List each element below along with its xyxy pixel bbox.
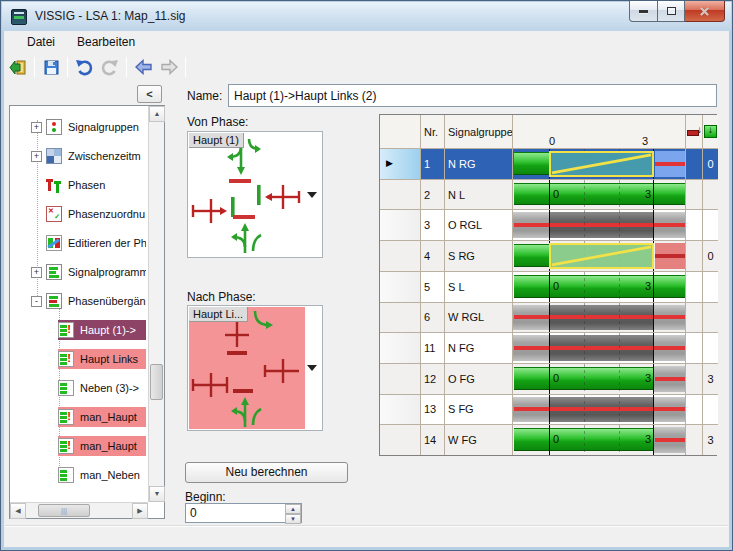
row-selector-cell[interactable] — [380, 180, 420, 210]
table-row[interactable]: 4S RG0 — [380, 240, 718, 271]
tree-item[interactable]: man_Haupt — [58, 407, 146, 427]
scroll-up-icon[interactable]: ▲ — [149, 106, 165, 122]
timeline-dash-gridline — [584, 180, 585, 210]
tree-item[interactable]: Haupt Links — [58, 349, 146, 369]
table-row[interactable]: 5S L03 — [380, 271, 718, 302]
tree-item[interactable]: Neben (3)-> — [58, 378, 146, 398]
scroll-left-icon[interactable]: ◀ — [10, 503, 26, 519]
table-row[interactable]: 14W FG033 — [380, 424, 718, 455]
name-label: Name: — [187, 89, 222, 103]
tree-item[interactable]: +Zwischenzeitm — [31, 146, 146, 166]
undo-icon[interactable] — [71, 55, 97, 79]
row-selector-cell[interactable] — [380, 272, 420, 302]
menu-datei[interactable]: Datei — [23, 33, 59, 51]
header-signalgruppe[interactable]: Signalgruppe — [444, 115, 512, 148]
row-selector-cell[interactable] — [380, 303, 420, 333]
tree-item[interactable]: man_Neben — [58, 465, 146, 485]
timeline-dash-gridline — [619, 333, 620, 363]
spin-down-icon[interactable]: ▼ — [285, 514, 301, 524]
tree-hscroll-thumb[interactable]: ||| — [38, 504, 90, 517]
table-row[interactable]: 2N L03 — [380, 179, 718, 210]
transition-selection-box[interactable] — [549, 151, 654, 177]
tree-item[interactable]: Haupt (1)-> — [58, 320, 146, 340]
timeline-cell[interactable]: 03 — [512, 364, 685, 394]
expand-icon[interactable]: + — [31, 267, 42, 278]
timeline-dash-gridline — [619, 395, 620, 425]
exit-icon[interactable] — [5, 55, 31, 79]
editieren-icon — [46, 235, 62, 251]
chevron-down-icon[interactable] — [307, 192, 317, 198]
expand-icon[interactable]: + — [31, 122, 42, 133]
timeline-cell[interactable] — [512, 303, 685, 333]
tree-item[interactable]: +Signalgruppen — [31, 117, 146, 137]
table-row[interactable]: 13S FG — [380, 394, 718, 425]
row-selector-cell[interactable] — [380, 241, 420, 271]
row-selector-cell[interactable]: ▶ — [380, 149, 420, 179]
table-row[interactable]: ▶1N RG0 — [380, 148, 718, 179]
timeline-cell[interactable]: 03 — [512, 180, 685, 210]
restore-button[interactable] — [658, 1, 685, 22]
table-row[interactable]: 12O FG033 — [380, 363, 718, 394]
timeline-dash-gridline — [584, 425, 585, 455]
tick-label: 3 — [642, 135, 648, 147]
tree-vscroll-thumb[interactable] — [150, 364, 163, 400]
table-row[interactable]: 6W RGL — [380, 302, 718, 333]
minimize-button[interactable] — [629, 1, 658, 22]
tree-item[interactable]: -Phasenübergän — [31, 291, 146, 311]
toolbar-separator — [126, 57, 127, 77]
trans-warn-icon — [58, 322, 74, 338]
tree-vertical-scrollbar[interactable]: ▲ ▼ — [148, 106, 164, 502]
row-selector-cell[interactable] — [380, 395, 420, 425]
forward-icon[interactable] — [156, 55, 182, 79]
begin-input[interactable]: 0 ▲ ▼ — [185, 503, 302, 523]
table-header-row: Nr. Signalgruppe 0 3 — [380, 115, 718, 148]
name-input[interactable] — [228, 84, 717, 107]
menu-bearbeiten[interactable]: Bearbeiten — [73, 33, 139, 51]
save-icon[interactable] — [38, 55, 64, 79]
timeline-dash-gridline — [619, 180, 620, 210]
tree-item-label: Zwischenzeitm — [66, 148, 143, 164]
timeline-cell[interactable]: 03 — [512, 272, 685, 302]
scroll-down-icon[interactable]: ▼ — [149, 486, 165, 502]
collapse-panel-button[interactable]: < — [137, 85, 162, 103]
tree-item[interactable]: Editieren der Ph — [31, 233, 146, 253]
header-nr[interactable]: Nr. — [420, 115, 444, 148]
table-row[interactable]: 3O RGL — [380, 209, 718, 240]
tree-item[interactable]: Phasen — [31, 175, 146, 195]
back-icon[interactable] — [130, 55, 156, 79]
collapse-icon[interactable]: - — [31, 296, 42, 307]
timeline-cell[interactable] — [512, 333, 685, 363]
tree-item[interactable]: +Signalprogramm — [31, 262, 146, 282]
row-selector-cell[interactable] — [380, 210, 420, 240]
timeline-cell[interactable]: 03 — [512, 425, 685, 455]
title-bar[interactable]: VISSIG - LSA 1: Map_11.sig — [2, 2, 731, 31]
toolbar-separator — [67, 57, 68, 77]
tree-item-label: man_Haupt — [78, 438, 139, 454]
row-selector-cell[interactable] — [380, 364, 420, 394]
row-selector-cell[interactable] — [380, 333, 420, 363]
tree-item[interactable]: Phasenzuordnu — [31, 204, 146, 224]
timeline-cell[interactable] — [512, 241, 685, 271]
timeline-cell[interactable] — [512, 395, 685, 425]
close-button[interactable] — [685, 1, 725, 22]
von-phase-dropdown[interactable]: Haupt (1) — [187, 131, 323, 258]
timeline-cell[interactable] — [512, 149, 685, 179]
phasenzuordnung-icon — [46, 206, 62, 222]
scroll-right-icon[interactable]: ▶ — [132, 503, 148, 519]
recalculate-button[interactable]: Neu berechnen — [185, 462, 348, 483]
chevron-down-icon[interactable] — [307, 365, 317, 371]
cell-signalgruppe: N RG — [444, 149, 512, 179]
transition-selection-box[interactable] — [549, 243, 654, 269]
tree-horizontal-scrollbar[interactable]: ◀ ||| ▶ — [10, 502, 148, 518]
spin-up-icon[interactable]: ▲ — [285, 504, 301, 514]
timeline-cell[interactable] — [512, 210, 685, 240]
expand-icon[interactable]: + — [31, 151, 42, 162]
nach-phase-dropdown[interactable]: Haupt Li... — [187, 305, 323, 431]
row-selector-cell[interactable] — [380, 425, 420, 455]
redo-icon[interactable] — [97, 55, 123, 79]
table-row[interactable]: 11N FG — [380, 332, 718, 363]
tree-item[interactable]: man_Haupt — [58, 436, 146, 456]
trans-warn-icon — [58, 438, 74, 454]
phasenuebergaenge-icon — [46, 293, 62, 309]
cell-signalgruppe: N FG — [444, 333, 512, 363]
